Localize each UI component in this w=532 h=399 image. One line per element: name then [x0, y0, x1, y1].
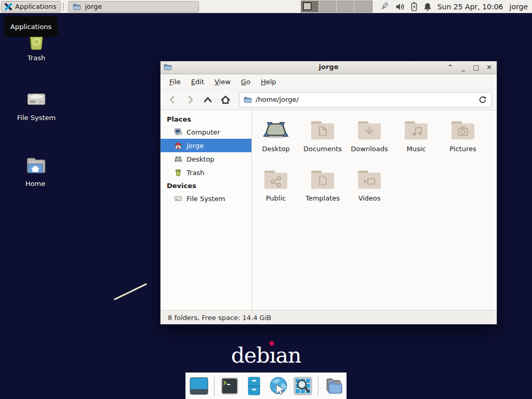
taskbar-window-button[interactable]: jorge: [68, 1, 199, 12]
window-body: Places Computer: [161, 110, 497, 310]
hard-drive-icon: [174, 194, 182, 203]
up-icon: [203, 95, 213, 105]
sidebar-item-label: Computer: [187, 128, 220, 136]
folder-item-downloads[interactable]: Downloads: [346, 117, 393, 166]
computer-icon: [174, 128, 182, 136]
templates-folder-icon: [309, 168, 336, 192]
status-text: 8 folders, Free space: 14.4 GiB: [168, 314, 271, 322]
terminal-icon[interactable]: [219, 376, 240, 396]
folder-grid: Desktop Documents: [252, 117, 497, 216]
folder-item-music[interactable]: Music: [393, 117, 440, 166]
folder-label: Public: [266, 194, 286, 202]
sidebar-item-desktop[interactable]: Desktop: [161, 152, 251, 166]
applications-tooltip: Applications: [4, 16, 58, 37]
web-browser-icon[interactable]: [268, 376, 289, 396]
music-folder-icon: [403, 119, 430, 142]
forward-button[interactable]: [183, 92, 197, 107]
sidebar-places-header: Places: [161, 113, 251, 125]
debian-logo-i: ı: [269, 343, 275, 368]
show-desktop-icon[interactable]: [189, 376, 209, 396]
panel-clock[interactable]: Sun 25 Apr, 10:06: [437, 3, 503, 11]
location-bar[interactable]: /home/jorge/: [239, 92, 492, 108]
reload-icon[interactable]: [478, 95, 487, 104]
status-bar: 8 folders, Free space: 14.4 GiB: [161, 310, 497, 324]
up-button[interactable]: [201, 92, 215, 107]
dock-separator: [214, 376, 215, 396]
videos-folder-icon: [356, 168, 383, 192]
menu-view[interactable]: View: [210, 76, 235, 88]
back-button[interactable]: [165, 92, 180, 107]
folder-label: Downloads: [351, 145, 388, 153]
workspace-3[interactable]: [337, 1, 354, 12]
dock-separator: [318, 376, 318, 396]
sidebar-devices-header: Devices: [161, 179, 251, 192]
folder-item-pictures[interactable]: Pictures: [440, 117, 486, 166]
window-titlebar[interactable]: jorge ⌃ _ □ ✕: [161, 61, 497, 74]
folders-icon[interactable]: [323, 376, 344, 396]
sidebar: Places Computer: [161, 110, 252, 310]
desktop-icon-home[interactable]: Home: [7, 153, 64, 188]
public-folder-icon: [262, 168, 289, 192]
home-folder-icon: [23, 153, 47, 177]
sidebar-item-jorge[interactable]: jorge: [161, 139, 251, 152]
sidebar-item-label: Desktop: [187, 155, 215, 163]
volume-icon[interactable]: [395, 2, 405, 12]
folder-label: Pictures: [449, 145, 476, 153]
menu-file[interactable]: File: [165, 76, 185, 88]
workspace-2[interactable]: [319, 1, 337, 12]
hard-drive-icon: [24, 87, 48, 111]
menu-help[interactable]: Help: [256, 76, 281, 88]
folder-item-public[interactable]: Public: [252, 166, 299, 216]
session-user-menu[interactable]: jorge: [510, 3, 528, 11]
xfce-logo-icon: [4, 3, 12, 11]
workspace-window-thumb: [303, 2, 312, 10]
documents-folder-icon: [309, 119, 336, 142]
system-tray: [379, 2, 432, 12]
workspace-switcher[interactable]: [301, 1, 373, 12]
folder-label: Desktop: [262, 145, 290, 153]
folder-item-desktop[interactable]: Desktop: [252, 117, 299, 166]
sidebar-item-filesystem[interactable]: File System: [161, 192, 251, 205]
battery-icon[interactable]: [410, 2, 418, 12]
file-cabinet-icon[interactable]: [244, 376, 264, 396]
desktop-icon-label: Home: [7, 180, 64, 188]
maximize-button[interactable]: □: [473, 62, 480, 73]
window-title: jorge: [161, 63, 497, 71]
desktop-icon-label: Trash: [8, 54, 65, 62]
folder-item-documents[interactable]: Documents: [299, 117, 346, 166]
applications-menu-label: Applications: [15, 3, 56, 10]
menu-edit[interactable]: Edit: [187, 76, 209, 88]
sidebar-item-label: jorge: [187, 142, 204, 150]
folder-item-templates[interactable]: Templates: [299, 166, 346, 216]
path-value[interactable]: /home/jorge/: [256, 96, 474, 103]
workspace-1[interactable]: [301, 1, 319, 12]
trash-icon: [174, 168, 182, 177]
close-button[interactable]: ✕: [486, 62, 493, 73]
forward-icon: [185, 95, 195, 105]
sidebar-item-computer[interactable]: Computer: [161, 125, 251, 139]
sidebar-item-label: Trash: [187, 169, 204, 177]
back-icon: [167, 95, 178, 105]
workspace-4[interactable]: [354, 1, 372, 12]
application-finder-icon[interactable]: [292, 376, 313, 396]
home-button[interactable]: [218, 92, 233, 107]
folder-view[interactable]: Desktop Documents: [252, 110, 497, 310]
minimize-button[interactable]: _: [460, 62, 467, 73]
taskbar-grip[interactable]: [63, 3, 66, 10]
taskbar-window-label: jorge: [85, 3, 102, 10]
folder-item-videos[interactable]: Videos: [346, 166, 393, 216]
shade-button[interactable]: ⌃: [447, 62, 454, 73]
applications-menu-button[interactable]: Applications: [1, 1, 61, 12]
desktop-icon: [174, 155, 182, 163]
desktop-special-icon: [262, 119, 289, 142]
notifications-icon[interactable]: [423, 2, 432, 12]
dock-panel: [185, 373, 347, 399]
sidebar-item-trash[interactable]: Trash: [161, 166, 251, 179]
home-icon: [174, 141, 182, 150]
menu-bar: File Edit View Go Help: [161, 74, 497, 89]
stylus-icon[interactable]: [379, 2, 390, 12]
desktop-screen: Applications jorge: [0, 0, 532, 399]
wallpaper-line-decoration: [114, 283, 147, 300]
desktop-icon-filesystem[interactable]: File System: [8, 87, 65, 122]
menu-go[interactable]: Go: [236, 76, 255, 88]
